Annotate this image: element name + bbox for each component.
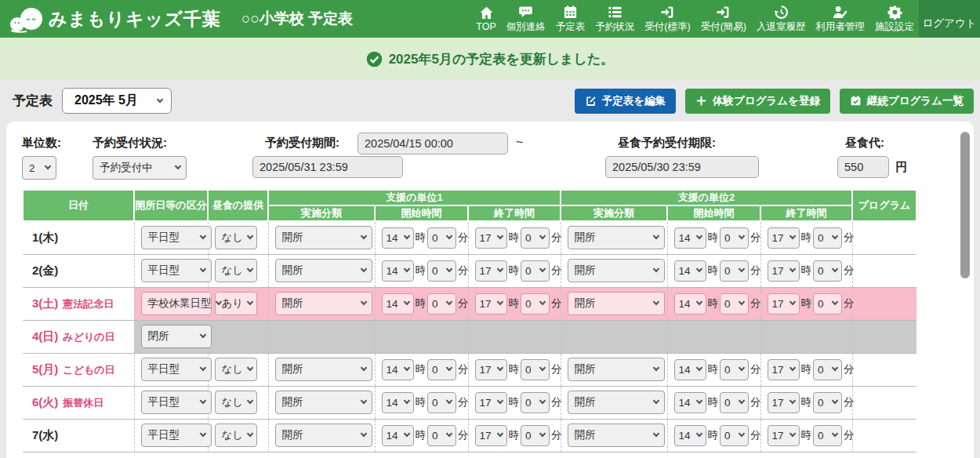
start-minute-select[interactable]: 0	[720, 359, 749, 380]
start-hour-select[interactable]: 14	[674, 227, 706, 249]
end-hour-select[interactable]: 17	[768, 227, 800, 249]
category-select[interactable]: 開所	[568, 391, 665, 414]
start-hour-select[interactable]: 14	[382, 293, 414, 314]
category-select[interactable]: 開所	[568, 423, 665, 447]
register-trial-program-button[interactable]: 体験プログラムを登録	[685, 89, 830, 114]
nav-item-individual-contact[interactable]: 個別連絡	[506, 5, 546, 34]
nav-item-facility-settings[interactable]: 施設設定	[875, 5, 914, 34]
start-minute-select[interactable]: 0	[427, 227, 456, 249]
lunch-select[interactable]: なし	[215, 358, 257, 381]
logout-button[interactable]: ログアウト	[919, 0, 980, 38]
start-minute-select[interactable]: 0	[720, 227, 749, 249]
end-hour-select[interactable]: 17	[768, 260, 800, 282]
period-end-input[interactable]	[252, 156, 403, 178]
start-minute-select[interactable]: 0	[427, 425, 456, 446]
end-hour-select[interactable]: 17	[475, 392, 507, 413]
lunch-select[interactable]: なし	[215, 391, 257, 414]
lunch-price-input[interactable]	[837, 156, 889, 178]
start-hour-select[interactable]: 14	[674, 260, 706, 282]
holiday-label: みどりの日	[63, 331, 114, 343]
start-minute-select[interactable]: 0	[427, 293, 456, 314]
start-hour-select[interactable]: 14	[382, 359, 414, 380]
category-select[interactable]: 開所	[275, 391, 372, 414]
vertical-scrollbar[interactable]	[960, 132, 970, 278]
end-minute-select[interactable]: 0	[521, 227, 550, 249]
units-select[interactable]: 2	[22, 156, 56, 180]
category-select[interactable]: 開所	[568, 358, 665, 381]
end-minute-select[interactable]: 0	[521, 359, 550, 380]
end-hour-select[interactable]: 17	[475, 227, 507, 249]
nav-item-reservation-status[interactable]: 予約状況	[595, 5, 634, 34]
day-type-select[interactable]: 閉所	[141, 325, 212, 348]
category-select[interactable]: 開所	[568, 259, 665, 282]
start-minute-select[interactable]: 0	[427, 359, 456, 380]
category-select[interactable]: 開所	[275, 226, 372, 249]
lunch-select[interactable]: なし	[215, 423, 257, 447]
day-type-select[interactable]: 学校休業日型	[141, 292, 212, 315]
end-minute-select[interactable]: 0	[521, 293, 550, 314]
end-hour-select[interactable]: 17	[475, 359, 507, 380]
lunch-select[interactable]: なし	[215, 226, 257, 249]
start-hour-select[interactable]: 14	[382, 227, 414, 249]
end-hour-select[interactable]: 17	[768, 359, 800, 380]
day-type-select[interactable]: 平日型	[141, 358, 212, 381]
start-hour-select[interactable]: 14	[674, 359, 706, 380]
day-type-select[interactable]: 平日型	[141, 423, 212, 447]
end-minute-select[interactable]: 0	[813, 392, 842, 413]
day-type-select[interactable]: 平日型	[141, 226, 212, 249]
start-hour-select[interactable]: 14	[382, 260, 414, 282]
start-hour-select[interactable]: 14	[382, 425, 414, 446]
day-type-select[interactable]: 平日型	[141, 391, 212, 414]
edit-schedule-button[interactable]: 予定表を編集	[575, 89, 676, 114]
category-select[interactable]: 開所	[275, 259, 372, 282]
lunch-deadline-input[interactable]	[605, 156, 759, 178]
day-type-select[interactable]: 平日型	[141, 259, 212, 282]
continuous-program-list-button[interactable]: 継続プログラム一覧	[840, 89, 974, 114]
start-hour-select[interactable]: 14	[674, 425, 706, 446]
chevron-down-icon	[695, 299, 702, 305]
end-minute-select[interactable]: 0	[521, 260, 550, 282]
category-select[interactable]: 開所	[275, 423, 372, 447]
end-hour-select[interactable]: 17	[475, 260, 507, 282]
start-minute-select[interactable]: 0	[427, 392, 456, 413]
start-time-group: 14時0分	[382, 425, 470, 446]
end-hour-select[interactable]: 17	[768, 293, 800, 314]
lunch-select[interactable]: あり	[215, 292, 257, 315]
end-minute-select[interactable]: 0	[813, 359, 842, 380]
end-hour-select[interactable]: 17	[768, 425, 800, 446]
end-minute-select[interactable]: 0	[813, 293, 842, 314]
nav-item-entry-exit-history[interactable]: 入退室履歴	[757, 5, 806, 34]
start-minute-select[interactable]: 0	[720, 425, 749, 446]
lunch-select[interactable]: なし	[215, 259, 257, 282]
nav-item-top[interactable]: TOP	[476, 5, 495, 32]
category-select-value: 開所	[575, 296, 596, 311]
nav-item-schedule[interactable]: 予定表	[556, 5, 586, 34]
start-hour-select[interactable]: 14	[674, 392, 706, 413]
start-hour-select[interactable]: 14	[674, 293, 706, 314]
category-select[interactable]: 開所	[568, 226, 665, 249]
nav-item-checkin-standard[interactable]: 受付(標準)	[644, 5, 690, 34]
nav-item-user-management[interactable]: 利用者管理	[816, 5, 866, 34]
start-hour-select[interactable]: 14	[382, 392, 414, 413]
start-minute-select[interactable]: 0	[720, 392, 749, 413]
end-time-group: 17時0分	[768, 260, 856, 282]
end-minute-select[interactable]: 0	[813, 425, 842, 446]
end-hour-select[interactable]: 17	[475, 425, 507, 446]
end-hour-select[interactable]: 17	[475, 293, 507, 314]
reservation-status-select[interactable]: 予約受付中	[93, 156, 187, 180]
category-select[interactable]: 開所	[568, 292, 665, 315]
category-select[interactable]: 開所	[275, 292, 372, 315]
end-hour-select[interactable]: 17	[768, 392, 800, 413]
end-minute-select[interactable]: 0	[521, 425, 550, 446]
start-minute-select[interactable]: 0	[720, 260, 749, 282]
end-minute-select[interactable]: 0	[813, 260, 842, 282]
month-select[interactable]: 2025年 5月	[62, 88, 172, 114]
end-minute-select[interactable]: 0	[521, 392, 550, 413]
start-minute-select[interactable]: 0	[720, 293, 749, 314]
nav-item-checkin-simple[interactable]: 受付(簡易)	[701, 5, 746, 34]
start-minute-select[interactable]: 0	[427, 260, 456, 282]
period-start-input[interactable]	[358, 133, 508, 154]
end-minute-select[interactable]: 0	[813, 227, 842, 249]
unit1-category-cell: 開所	[268, 221, 375, 254]
category-select[interactable]: 開所	[275, 358, 372, 381]
